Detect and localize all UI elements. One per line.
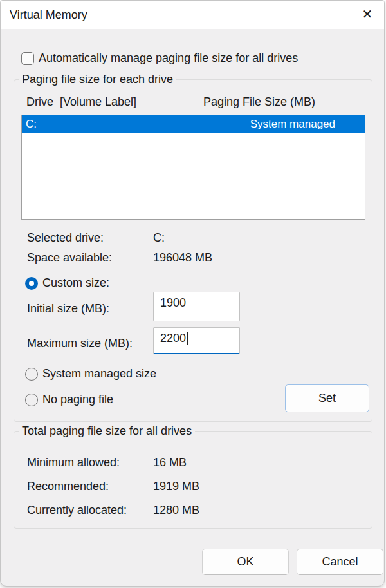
currently-allocated-label: Currently allocated: <box>27 503 127 517</box>
column-header-paging-size: Paging File Size (MB) <box>203 95 315 109</box>
no-paging-file-label: No paging file <box>42 393 113 406</box>
space-available-value: 196048 MB <box>153 251 212 265</box>
set-button[interactable]: Set <box>285 384 369 412</box>
initial-size-value: 1900 <box>160 296 186 309</box>
minimum-allowed-value: 16 MB <box>153 455 187 469</box>
radio-unselected-icon <box>25 368 38 381</box>
system-managed-label: System managed size <box>42 367 156 381</box>
minimum-allowed-label: Minimum allowed: <box>27 455 120 469</box>
radio-selected-icon <box>25 277 38 290</box>
initial-size-label: Initial size (MB): <box>27 301 109 316</box>
custom-size-label: Custom size: <box>42 276 109 290</box>
ok-button[interactable]: OK <box>202 549 289 575</box>
paging-file-group: Paging file size for each drive Drive [V… <box>14 79 372 422</box>
recommended-label: Recommended: <box>27 479 109 493</box>
maximum-size-value: 2200 <box>160 332 186 345</box>
no-paging-file-radio[interactable]: No paging file <box>25 393 113 406</box>
close-icon: ✕ <box>362 6 373 22</box>
auto-manage-label: Automatically manage paging file size fo… <box>39 52 298 65</box>
space-available-label: Space available: <box>27 251 112 265</box>
system-managed-radio[interactable]: System managed size <box>25 367 156 381</box>
drive-list-row-c[interactable]: C: System managed <box>22 115 365 133</box>
close-button[interactable]: ✕ <box>356 4 379 24</box>
maximum-size-input[interactable]: 2200 <box>153 327 240 354</box>
total-paging-group: Total paging file size for all drives Mi… <box>14 431 372 529</box>
radio-unselected-icon <box>25 394 38 406</box>
recommended-value: 1919 MB <box>153 479 199 493</box>
paging-size-cell: System managed <box>250 118 335 131</box>
titlebar: Virtual Memory ✕ <box>1 1 384 29</box>
text-caret <box>187 332 188 345</box>
total-paging-group-title: Total paging file size for all drives <box>19 424 195 438</box>
column-header-drive: Drive [Volume Label] <box>26 95 136 109</box>
virtual-memory-dialog: Virtual Memory ✕ Automatically manage pa… <box>0 0 385 587</box>
selected-drive-label: Selected drive: <box>27 231 104 245</box>
maximum-size-label: Maximum size (MB): <box>27 336 133 350</box>
currently-allocated-value: 1280 MB <box>153 503 199 517</box>
drive-cell: C: <box>26 118 37 131</box>
initial-size-input[interactable]: 1900 <box>153 292 240 321</box>
drive-list: C: System managed <box>21 115 365 220</box>
cancel-button[interactable]: Cancel <box>297 549 383 575</box>
selected-drive-value: C: <box>153 231 165 245</box>
custom-size-radio[interactable]: Custom size: <box>25 276 109 290</box>
auto-manage-row: Automatically manage paging file size fo… <box>21 52 298 65</box>
auto-manage-checkbox[interactable] <box>21 52 34 65</box>
paging-file-group-title: Paging file size for each drive <box>19 72 176 86</box>
window-title: Virtual Memory <box>10 1 87 29</box>
